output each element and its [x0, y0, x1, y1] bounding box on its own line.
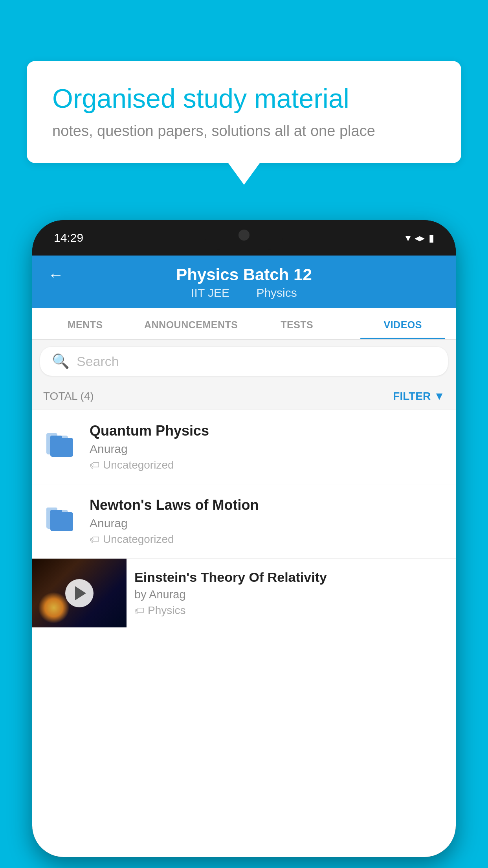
- tab-ments[interactable]: MENTS: [32, 308, 138, 339]
- video-item-quantum[interactable]: Quantum Physics Anurag 🏷 Uncategorized: [32, 410, 456, 484]
- header-subtitle-iitjee: IIT JEE: [191, 286, 229, 299]
- speech-bubble-container: Organised study material notes, question…: [27, 61, 461, 185]
- status-bar: 14:29 ▾ ◂▸ ▮: [32, 220, 456, 256]
- video-item-einstein[interactable]: Einstein's Theory Of Relativity by Anura…: [32, 559, 456, 628]
- play-triangle-icon: [75, 586, 86, 600]
- video-tag-einstein: 🏷 Physics: [134, 604, 448, 617]
- tag-icon-2: 🏷: [90, 533, 100, 546]
- status-time: 14:29: [54, 231, 83, 245]
- video-info-newton: Newton's Laws of Motion Anurag 🏷 Uncateg…: [90, 497, 445, 546]
- search-placeholder: Search: [77, 354, 119, 369]
- tag-icon-3: 🏷: [134, 605, 145, 617]
- phone-frame: 14:29 ▾ ◂▸ ▮ ← Physics Batch 12 IIT JEE …: [32, 220, 456, 857]
- app-header: ← Physics Batch 12 IIT JEE Physics: [32, 256, 456, 308]
- header-subtitle-physics: Physics: [256, 286, 297, 299]
- play-button[interactable]: [65, 579, 94, 607]
- video-title-einstein: Einstein's Theory Of Relativity: [134, 570, 448, 585]
- video-title-newton: Newton's Laws of Motion: [90, 497, 445, 513]
- app-header-top: ← Physics Batch 12: [48, 265, 440, 284]
- search-bar-container: 🔍 Search: [32, 340, 456, 383]
- space-glow: [38, 592, 70, 623]
- status-icons: ▾ ◂▸ ▮: [405, 232, 434, 244]
- header-title: Physics Batch 12: [176, 265, 312, 284]
- tab-announcements[interactable]: ANNOUNCEMENTS: [138, 308, 244, 339]
- video-thumbnail-einstein: [32, 559, 127, 627]
- signal-icon: ◂▸: [415, 232, 425, 244]
- phone-screen: ← Physics Batch 12 IIT JEE Physics MENTS…: [32, 256, 456, 857]
- video-list: Quantum Physics Anurag 🏷 Uncategorized: [32, 410, 456, 628]
- video-item-newton[interactable]: Newton's Laws of Motion Anurag 🏷 Uncateg…: [32, 484, 456, 559]
- search-icon: 🔍: [52, 353, 70, 370]
- video-folder-icon-2: [43, 499, 79, 534]
- battery-icon: ▮: [429, 232, 434, 244]
- total-count: TOTAL (4): [43, 390, 94, 403]
- header-subtitle: IIT JEE Physics: [185, 286, 303, 300]
- video-title-quantum: Quantum Physics: [90, 423, 445, 439]
- svg-rect-6: [50, 512, 73, 531]
- back-button[interactable]: ←: [48, 266, 64, 284]
- video-author-newton: Anurag: [90, 517, 445, 530]
- search-bar[interactable]: 🔍 Search: [40, 347, 448, 376]
- wifi-icon: ▾: [405, 232, 411, 244]
- video-author-quantum: Anurag: [90, 442, 445, 456]
- speech-bubble: Organised study material notes, question…: [27, 61, 461, 163]
- svg-rect-2: [50, 438, 73, 457]
- tag-icon: 🏷: [90, 459, 100, 471]
- video-info-quantum: Quantum Physics Anurag 🏷 Uncategorized: [90, 423, 445, 471]
- video-tag-quantum: 🏷 Uncategorized: [90, 459, 445, 471]
- tab-tests[interactable]: TESTS: [244, 308, 350, 339]
- svg-rect-3: [50, 436, 62, 440]
- phone-camera: [238, 230, 250, 241]
- filter-funnel-icon: ▼: [434, 390, 445, 403]
- tabs-bar: MENTS ANNOUNCEMENTS TESTS VIDEOS: [32, 308, 456, 340]
- speech-bubble-subtitle: notes, question papers, solutions all at…: [52, 123, 436, 140]
- video-author-einstein: by Anurag: [134, 588, 448, 601]
- filter-button[interactable]: FILTER ▼: [393, 390, 445, 403]
- speech-bubble-title: Organised study material: [52, 83, 436, 115]
- video-folder-icon-1: [43, 425, 79, 460]
- video-info-einstein: Einstein's Theory Of Relativity by Anura…: [127, 559, 456, 628]
- speech-bubble-arrow: [228, 163, 260, 185]
- phone-notch: [205, 220, 283, 250]
- tab-videos[interactable]: VIDEOS: [350, 308, 456, 339]
- svg-rect-7: [50, 510, 62, 515]
- video-tag-newton: 🏷 Uncategorized: [90, 533, 445, 546]
- filter-bar: TOTAL (4) FILTER ▼: [32, 383, 456, 410]
